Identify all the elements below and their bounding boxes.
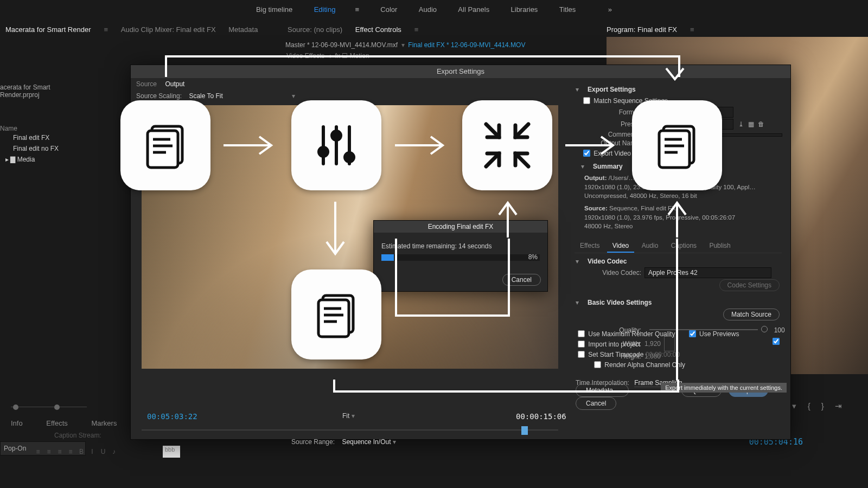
svg-point-8 [319,147,328,156]
source-scaling-label: Source Scaling: [136,92,182,100]
ws-color[interactable]: Color [371,3,407,16]
diagram-right-vertical [675,239,679,381]
subtab-video[interactable]: Video [607,240,634,253]
project-zoom-slider[interactable] [0,402,98,412]
svg-line-13 [486,153,499,166]
project-name-header: Name [0,125,90,132]
source-file-icon [120,100,210,190]
preset-save-icon[interactable]: ⤓ [738,120,744,128]
diagram-under-route [333,378,680,400]
compress-icon [462,100,552,190]
arrow-settings-to-cache [324,200,346,264]
video-codec-dropdown[interactable]: Apple ProRes 42 [644,267,771,278]
export-bottom-checks: Use Maximum Render Quality Use Previews … [576,329,790,370]
export-fit-dropdown[interactable]: Fit ▾ [342,412,375,420]
source-range-label: Source Range: [291,438,335,446]
settings-icon [291,100,381,190]
codec-settings-button[interactable]: Codec Settings [719,279,780,291]
ws-libraries[interactable]: Libraries [501,3,548,16]
tab-macerata-menu[interactable]: ≡ [99,23,114,37]
ws-editing[interactable]: Editing [304,3,346,16]
tab-effects2[interactable]: Effects [46,419,68,427]
step-out-icon[interactable]: ⇥ [835,401,842,410]
svg-line-11 [486,124,499,137]
tab-macerata[interactable]: Macerata for Smart Render [0,23,97,37]
ws-titles[interactable]: Titles [550,3,586,16]
tab-markers[interactable]: Markers [91,419,117,427]
arrow-compress-to-output [563,134,623,156]
diagram-enc-frame [395,237,511,318]
tab-program-menu[interactable]: ≡ [685,23,700,37]
svg-rect-21 [318,300,349,337]
subtab-audio[interactable]: Audio [636,240,664,252]
subtab-publish[interactable]: Publish [704,240,736,252]
bin-item-final-edit-no-fx[interactable]: Final edit no FX [0,143,90,154]
svg-line-12 [515,124,528,137]
export-range-bar[interactable] [142,426,558,434]
output-file-icon [632,100,722,190]
bin-item-final-edit-fx[interactable]: Final edit FX [0,132,90,143]
chk-start-timecode[interactable]: Set Start Timecode 00:00:00:00 [576,349,680,359]
left-panel-tabs: Macerata for Smart Render≡ Audio Clip Mi… [0,23,263,37]
ws-all-panels[interactable]: All Panels [448,3,499,16]
match-source-button[interactable]: Match Source [723,309,780,320]
color-swatch[interactable]: bbb [163,446,180,458]
caption-stream-label: Caption Stream: [54,432,101,439]
ws-big-timeline[interactable]: Big timeline [246,3,302,16]
caption-toolbar: ≡≡≡≡BIU♪ [33,448,119,455]
source-scaling-row: Source Scaling: Scale To Fit▾ [136,92,295,100]
tab-info[interactable]: Info [11,419,23,427]
mid-panel-tabs: Source: (no clips) Effect Controls≡ [282,23,424,37]
chk-use-previews[interactable]: Use Previews [687,329,739,339]
bin-folder-media[interactable]: ▸ ▇ Media [0,154,90,165]
mark-out-icon[interactable]: } [821,401,824,410]
tab-ec-menu[interactable]: ≡ [409,23,424,37]
tab-program[interactable]: Program: Final edit FX [601,23,682,37]
ws-overflow-icon[interactable]: » [598,3,622,16]
workspace-bar: Big timeline Editing≡ Color Audio All Pa… [0,3,868,16]
chk-max-quality[interactable]: Use Maximum Render Quality [576,329,675,339]
subtab-effects[interactable]: Effects [575,240,605,252]
tab-audio-clip-mixer[interactable]: Audio Clip Mixer: Final edit FX [116,23,221,37]
tab-source2[interactable]: Source [136,80,157,88]
cache-file-icon [291,269,381,359]
encoding-percent: 8% [528,253,538,261]
svg-point-10 [345,153,354,162]
export-duration: 00:00:15:06 [516,412,566,421]
svg-rect-1 [148,131,178,168]
svg-line-14 [515,153,528,166]
project-panel: acerata for Smart Render.prproj Name Fin… [0,82,90,165]
right-panel-tabs: Program: Final edit FX≡ [601,23,700,37]
export-in-timecode[interactable]: 00:05:03:22 [147,412,197,421]
summary-header: Summary [593,163,623,170]
arrow-settings-to-compress [393,134,452,156]
ws-editing-menu[interactable]: ≡ [345,3,369,16]
source-range-row: Source Range: Sequence In/Out ▾ [291,438,396,446]
diagram-top-brace [165,53,687,86]
chk-import-project[interactable]: Import into project [576,339,640,349]
source-range-dropdown[interactable]: Sequence In/Out [342,438,391,446]
tab-metadata[interactable]: Metadata [223,23,263,37]
encoding-title: Encoding Final edit FX [374,221,547,233]
subtab-captions[interactable]: Captions [666,240,702,252]
project-filename: acerata for Smart Render.prproj [0,82,90,100]
video-codec-label: Video Codec: [584,269,641,277]
mark-in-icon[interactable]: { [808,401,810,410]
basic-video-header: Basic Video Settings [588,299,652,306]
source-scaling-dropdown[interactable]: Scale To Fit [189,92,292,100]
ws-audio[interactable]: Audio [409,3,446,16]
add-marker-icon[interactable]: ▾ [792,401,796,410]
arrow-src-to-settings [221,134,281,156]
program-transport-icons: ▾ { } ⇥ [788,401,846,411]
svg-rect-16 [659,131,690,168]
preset-delete-icon[interactable]: 🗑 [758,120,764,128]
tab-source[interactable]: Source: (no clips) [282,23,348,37]
chk-alpha-only[interactable]: Render Alpha Channel Only [592,359,685,370]
tab-effect-controls[interactable]: Effect Controls [350,23,407,37]
export-settings-header: Export Settings [588,86,636,93]
arrow-up-to-compress [497,200,519,240]
svg-point-9 [332,131,341,140]
video-codec-header: Video Codec [588,258,627,265]
preset-import-icon[interactable]: ▦ [748,120,754,128]
range-marker-icon[interactable] [521,426,528,435]
